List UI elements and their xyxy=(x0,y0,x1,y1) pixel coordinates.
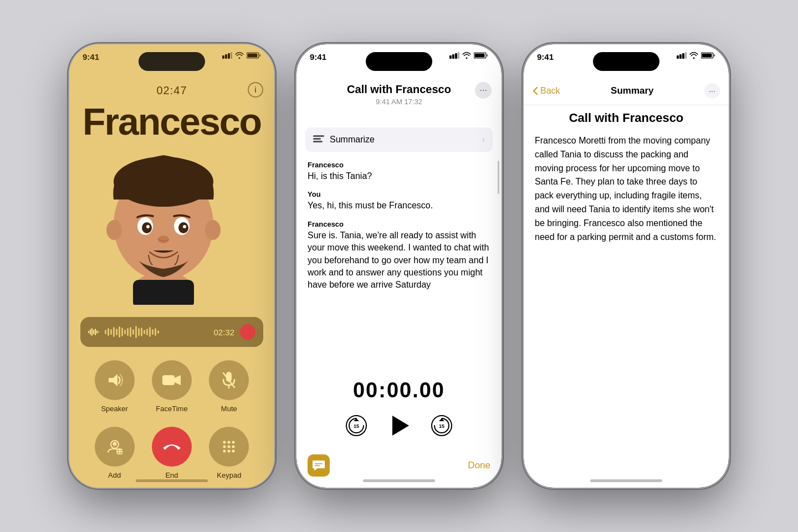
svg-point-11 xyxy=(106,220,122,240)
transcript-footer: Done xyxy=(308,454,490,477)
more-options-button[interactable]: ··· xyxy=(704,83,720,99)
svg-point-12 xyxy=(205,220,221,240)
speaker-label-1: Francesco xyxy=(308,161,490,169)
recording-bar: 02:32 xyxy=(80,317,263,347)
svg-rect-21 xyxy=(90,329,91,335)
summary-screen: 9:41 xyxy=(524,44,729,488)
svg-point-42 xyxy=(223,450,226,453)
rewind-icon: 15 xyxy=(348,417,365,434)
caller-name: Francesco xyxy=(69,100,274,143)
transcript-line-2: Yes, hi, this must be Francesco. xyxy=(308,200,490,212)
summarize-row[interactable]: Summarize › xyxy=(305,127,493,152)
nav-title: Summary xyxy=(611,85,653,96)
active-call-screen: 9:41 i xyxy=(69,44,274,488)
svg-rect-63 xyxy=(685,52,687,59)
speaker-button[interactable]: Speaker xyxy=(95,360,135,413)
mute-button[interactable]: Mute xyxy=(209,360,249,413)
svg-rect-2 xyxy=(228,53,230,59)
dynamic-island xyxy=(366,52,432,71)
more-options-button[interactable]: ··· xyxy=(475,82,492,99)
back-button[interactable]: Back xyxy=(533,86,560,96)
end-label: End xyxy=(165,471,178,479)
phone-active-call: 9:41 i xyxy=(69,44,274,488)
svg-point-44 xyxy=(232,450,235,453)
mute-label: Mute xyxy=(221,405,237,413)
transcript-fade xyxy=(308,310,490,344)
svg-rect-47 xyxy=(455,53,457,59)
status-time: 9:41 xyxy=(83,52,99,62)
done-button[interactable]: Done xyxy=(468,460,490,471)
svg-rect-5 xyxy=(259,54,261,57)
facetime-button[interactable]: FaceTime xyxy=(152,360,192,413)
transcript-screen: 9:41 xyxy=(296,44,502,488)
signal-icon xyxy=(677,52,687,59)
rewind-15-button[interactable]: 15 xyxy=(346,415,367,436)
summarize-label: Summarize xyxy=(330,135,477,145)
svg-rect-53 xyxy=(313,138,321,140)
dynamic-island xyxy=(139,52,205,71)
keypad-button[interactable]: Keypad xyxy=(209,427,249,479)
svg-rect-20 xyxy=(88,331,89,333)
facetime-icon xyxy=(162,374,181,387)
svg-rect-66 xyxy=(702,54,712,58)
svg-rect-45 xyxy=(449,55,452,59)
back-chevron-icon xyxy=(533,86,538,95)
signal-icon xyxy=(222,52,232,59)
facetime-label: FaceTime xyxy=(156,405,187,413)
home-indicator xyxy=(136,479,208,482)
summary-call-title: Call with Francesco xyxy=(535,111,718,125)
svg-rect-59 xyxy=(315,466,320,467)
svg-rect-6 xyxy=(248,54,258,58)
svg-rect-60 xyxy=(677,55,679,59)
call-buttons-row1: Speaker FaceTime xyxy=(69,360,274,413)
status-icons xyxy=(449,52,488,59)
playback-controls: 15 15 xyxy=(296,413,502,438)
svg-rect-62 xyxy=(682,53,684,59)
transcript-header: Call with Francesco 9:41 AM 17:32 xyxy=(296,76,502,106)
svg-rect-1 xyxy=(225,54,227,59)
svg-point-37 xyxy=(228,441,231,444)
chat-icon xyxy=(312,460,325,471)
svg-point-38 xyxy=(232,441,235,444)
battery-icon xyxy=(247,52,261,59)
end-call-button[interactable]: End xyxy=(152,427,192,479)
svg-rect-22 xyxy=(91,328,93,336)
svg-rect-50 xyxy=(487,54,488,57)
svg-rect-52 xyxy=(313,135,324,137)
recording-time: 02:32 xyxy=(213,328,234,337)
svg-rect-23 xyxy=(93,330,94,334)
add-button[interactable]: Add xyxy=(95,427,135,479)
play-icon xyxy=(387,413,411,438)
svg-point-36 xyxy=(223,441,226,444)
audio-waveform xyxy=(105,325,208,339)
speaker-label-2: You xyxy=(308,190,490,198)
svg-point-39 xyxy=(223,446,226,448)
summarize-chevron-icon: › xyxy=(482,135,485,145)
wifi-icon xyxy=(689,52,698,59)
svg-point-32 xyxy=(112,442,116,446)
summary-content: Call with Francesco Francesco Moretti fr… xyxy=(535,111,718,244)
svg-rect-58 xyxy=(315,463,323,464)
playback-area: 00:00.00 15 xyxy=(296,378,502,438)
transcript-chat-icon[interactable] xyxy=(308,454,330,477)
avatar xyxy=(100,144,244,310)
svg-point-43 xyxy=(228,450,231,453)
svg-rect-48 xyxy=(458,52,459,59)
summarize-icon xyxy=(313,135,324,144)
transcript-line-1: Hi, is this Tania? xyxy=(308,170,490,182)
svg-rect-8 xyxy=(133,280,194,305)
svg-rect-0 xyxy=(222,55,224,59)
forward-15-button[interactable]: 15 xyxy=(431,415,452,436)
wifi-icon xyxy=(462,52,471,59)
forward-icon: 15 xyxy=(433,417,450,434)
keypad-label: Keypad xyxy=(217,471,241,479)
play-button[interactable] xyxy=(387,413,411,438)
call-buttons-row2: Add End xyxy=(69,427,274,479)
status-time: 9:41 xyxy=(537,52,554,62)
signal-icon xyxy=(449,52,459,59)
phone-summary: 9:41 xyxy=(524,44,729,488)
playback-time: 00:00.00 xyxy=(296,378,502,402)
speaker-label-3: Francesco xyxy=(308,220,490,228)
record-indicator xyxy=(240,324,255,340)
svg-rect-65 xyxy=(714,54,715,57)
